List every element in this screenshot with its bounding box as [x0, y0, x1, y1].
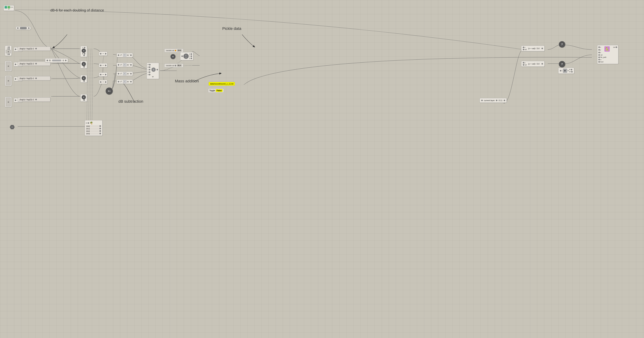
minus-node-row4: −	[99, 80, 108, 84]
port-py	[191, 56, 192, 57]
x-val-node: x val (x + val) / 3.6	[521, 46, 544, 51]
b-slider-node[interactable]: B 6	[45, 58, 68, 63]
port-3-label: 3	[148, 74, 148, 76]
var-dot-1	[175, 50, 176, 51]
fx-label-r4: fx'	[126, 80, 130, 83]
port-z-out	[598, 52, 600, 53]
x-multiply-label: ×	[172, 55, 174, 58]
abd-icon: ⊟	[8, 51, 9, 53]
port-list-3	[100, 133, 101, 134]
attenuator-node[interactable]	[16, 27, 31, 30]
f-icon-r2: ⁰	[124, 64, 125, 66]
port-0-label: 0	[148, 66, 148, 68]
port-r-m4	[84, 99, 85, 101]
hex-node-bottom[interactable]: ⬡	[10, 125, 15, 129]
f-label-r2: F	[120, 64, 122, 66]
port-0	[149, 67, 150, 68]
b-slider[interactable]	[52, 60, 61, 61]
minus-node-row1: −	[99, 52, 108, 56]
x-multiply-r1: ×	[82, 49, 86, 53]
val-label-out: val	[600, 54, 602, 56]
gear-icon: ⚙	[563, 69, 567, 73]
port-fr2	[130, 64, 132, 66]
list-item-1: {0;1}	[86, 128, 90, 130]
port-list-0	[100, 125, 101, 127]
slider[interactable]	[20, 27, 27, 29]
port-r-yval	[542, 63, 543, 65]
y-out-label: y	[600, 49, 601, 51]
current-layer-value: 0 11	[498, 99, 503, 102]
port-i-gear	[560, 70, 561, 71]
a-icon	[8, 6, 10, 9]
list-item-3: {0;3}	[86, 133, 90, 135]
abd-node-row2: ⊟	[5, 61, 12, 71]
gear-settings-node[interactable]: I ⚙ R R Pr	[558, 68, 574, 74]
port-mr2	[105, 65, 106, 66]
port-p-xyz	[182, 56, 183, 57]
s-circle: S	[152, 68, 156, 72]
port-b	[8, 48, 10, 50]
decimal-label: 0.1	[108, 90, 110, 92]
port-pr-gear	[571, 71, 572, 73]
current-layer-node[interactable]: current layer 0 11	[480, 98, 507, 103]
port-bool-out	[598, 61, 600, 63]
port-in	[17, 28, 18, 29]
y-val-formula: (y + val) / 3.6	[528, 62, 540, 65]
port-fp-out	[598, 57, 600, 58]
port-fr4	[130, 81, 132, 82]
list-item-0: {0;0}	[86, 125, 90, 127]
current-layer-port-left	[481, 100, 483, 101]
port-out	[28, 28, 30, 29]
python-icon: 🐍	[604, 46, 610, 52]
abd-node-row1: A B ⊟ D	[5, 46, 12, 56]
variable-val-node-1[interactable]: Variable val 28.8	[164, 49, 184, 52]
x-val-vallabel: val	[524, 49, 527, 50]
abd-icon3: ⊟	[8, 80, 9, 82]
formula-node-row1: (log(x) / log(2))-1	[18, 47, 50, 51]
pr-sublabel: Pr	[569, 71, 571, 73]
y-val-ylabel: y	[524, 62, 526, 64]
abd-icon2: ⊟	[8, 65, 9, 67]
port-a-out	[598, 59, 600, 60]
a-label-out: a	[600, 59, 601, 61]
formula-node-row3: (log(x) / log(2))-1	[18, 76, 50, 80]
formula-node-row4: (log(x) / log(2))-1	[18, 97, 50, 102]
port-xl2	[15, 64, 16, 65]
variable-val-node-2[interactable]: Variable val 86.4	[164, 64, 184, 67]
port-d-list	[88, 122, 89, 124]
port-p	[149, 64, 150, 65]
port-fr3	[130, 73, 132, 74]
port-ml2	[100, 65, 102, 66]
py-label: Y	[189, 55, 190, 57]
port-mr3	[105, 74, 106, 75]
out-label: out	[613, 46, 616, 48]
toggle-node[interactable]: Toggle False	[208, 88, 224, 93]
port-b-m1: B	[82, 53, 83, 55]
file-path-node[interactable]: data/sound/sound_z_11.txt	[208, 82, 235, 86]
port-y-yval	[523, 62, 524, 64]
formula-r2: (log(x) / log(2))-1	[19, 62, 35, 65]
num7-circle-a: 7	[559, 41, 565, 48]
toggle-value[interactable]: False	[216, 89, 222, 92]
port-r-r1	[35, 48, 37, 49]
minus-node-row3: −	[99, 73, 108, 77]
minus-sign-r4: −	[102, 81, 104, 83]
port-out-main	[616, 47, 617, 48]
port-1w	[149, 69, 150, 70]
f-label-r1: F	[120, 54, 122, 57]
i-label-gear: I	[562, 70, 562, 72]
six-value: 6	[62, 59, 64, 62]
port-val-xval	[523, 49, 524, 50]
d-label: D	[86, 122, 87, 124]
port-1-label: 1	[148, 69, 148, 71]
hex-icon: ⬡	[10, 125, 15, 129]
port-b-in	[47, 60, 48, 61]
port-d-label: D	[7, 53, 8, 55]
port-r-m1	[84, 55, 85, 56]
abd-node-row3: ⊟	[5, 76, 12, 86]
port-bm1	[84, 53, 85, 55]
f-node-row1: F ⁰ fx'	[116, 53, 133, 57]
x-out-label: x	[600, 46, 601, 48]
port-r-gear	[571, 69, 572, 70]
f-node-row4: F ⁰ fx'	[116, 80, 133, 84]
